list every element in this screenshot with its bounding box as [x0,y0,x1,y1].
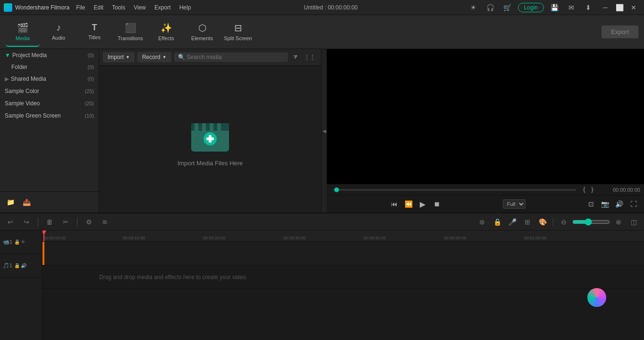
main-toolbar: 🎬 Media ♪ Audio T Titles ⬛ Transitions ✨… [0,15,644,49]
sidebar-item-sample-video[interactable]: Sample Video (20) [0,97,99,110]
snap-button[interactable]: ⊛ [475,215,489,229]
preview-timeline-slider[interactable] [333,189,576,191]
sidebar-item-sample-green-screen[interactable]: Sample Green Screen (10) [0,110,99,122]
tab-audio[interactable]: ♪ Audio [42,17,76,47]
tab-effects[interactable]: ✨ Effects [149,17,183,47]
export-button[interactable]: Export [602,26,638,38]
frame-back-button[interactable]: ⏪ [402,197,415,211]
minimize-button[interactable]: ─ [599,1,612,14]
titles-icon: T [92,23,97,33]
sidebar-item-folder[interactable]: Folder (0) [0,61,99,73]
mail-icon[interactable]: ✉ [565,1,578,14]
play-button[interactable]: ▶ [416,197,429,211]
ruler-mark-6: 00:01:00:00 [524,236,547,240]
zoom-slider[interactable] [572,218,610,226]
menu-export[interactable]: Export [151,3,175,12]
menu-edit[interactable]: Edit [90,3,108,12]
cut-button[interactable]: ✂ [59,215,72,229]
tab-elements-label: Elements [191,35,213,41]
out-point-icon: ❵ [590,186,595,193]
tab-transitions[interactable]: ⬛ Transitions [113,17,147,47]
collapse-panel-button[interactable]: ◀ [321,49,327,212]
sidebar-item-project-media[interactable]: ▼ Project Media (0) [0,49,99,61]
zoom-in-button[interactable]: ⊕ [612,215,625,229]
svg-rect-7 [213,123,217,131]
audio-track-row: Drag and drop media and effects here to … [42,265,644,289]
settings-button[interactable]: ⚙ [82,215,95,229]
toolbar-separator-3 [553,218,553,226]
ruler-mark-5: 00:00:50:00 [444,236,466,240]
add-folder-button[interactable]: 📁 [4,196,17,209]
screenshot-icon[interactable]: 📷 [599,197,612,211]
record-media-button[interactable]: Record ▼ [137,52,171,62]
sidebar-item-shared-media[interactable]: ▶ Shared Media (0) [0,73,99,85]
redo-button[interactable]: ↪ [20,215,33,229]
sidebar-bottom: 📁 📤 [0,191,99,212]
close-button[interactable]: ✕ [627,1,640,14]
save-icon[interactable]: 💾 [548,1,561,14]
audio-mute-icon[interactable]: 🔊 [21,263,26,268]
import-media-placeholder-text: Import Media Files Here [178,160,243,167]
search-input[interactable] [187,54,284,60]
headphone-icon[interactable]: 🎧 [484,1,497,14]
fullscreen-icon[interactable]: ⛶ [627,197,640,211]
lock-button[interactable]: 🔒 [491,215,504,229]
fit-screen-icon[interactable]: ⊡ [585,197,598,211]
sidebar-project-media-label: Project Media [12,52,47,59]
video-eye-icon[interactable]: 👁 [21,239,25,245]
login-button[interactable]: Login [518,3,544,12]
sidebar-item-sample-color[interactable]: Sample Color (25) [0,85,99,97]
import-media-button[interactable]: Import ▼ [103,52,135,62]
import-button-sidebar[interactable]: 📤 [20,196,33,209]
maximize-button[interactable]: ⬜ [613,1,626,14]
audio-lock-icon[interactable]: 🔒 [14,263,20,268]
tab-media[interactable]: 🎬 Media [6,17,40,47]
ruler-mark-3: 00:00:30:00 [283,236,306,240]
tab-split-screen[interactable]: ⊟ Split Screen [221,17,255,47]
quality-select[interactable]: Full [503,199,525,209]
left-panel: ▼ Project Media (0) Folder (0) ▶ Shared … [0,49,99,212]
grid-view-icon[interactable]: ⋮⋮ [302,52,317,62]
toolbar-separator-2 [77,218,77,226]
svg-rect-8 [217,123,221,131]
playhead-thumb[interactable] [334,187,339,192]
menu-help[interactable]: Help [176,3,195,12]
stop-button[interactable]: ⏹ [430,197,443,211]
window-controls: ─ ⬜ ✕ [599,1,640,14]
folder-count: (0) [88,64,94,70]
import-media-icon[interactable] [189,111,231,154]
caption-button[interactable]: ⊞ [521,215,534,229]
video-lock-icon[interactable]: 🔒 [14,239,20,245]
volume-icon[interactable]: 🔊 [613,197,626,211]
menu-view[interactable]: View [130,3,150,12]
menu-tools[interactable]: Tools [108,3,129,12]
video-track-num: 📹1 [3,239,12,245]
mic-button[interactable]: 🎤 [506,215,519,229]
search-box[interactable]: 🔍 [174,52,288,62]
tab-titles[interactable]: T Titles [77,17,111,47]
menu-file[interactable]: File [72,3,89,12]
step-back-button[interactable]: ⏮ [388,197,401,211]
filter-icon[interactable]: ⧩ [291,52,299,62]
current-time-display: 00:00:00:00 [598,187,640,193]
ruler-mark-1: 00:00:10:00 [123,236,145,240]
track-label-audio-1: 🎵1 🔒 🔊 [0,254,42,278]
record-label: Record [142,54,161,60]
download-icon[interactable]: ⬇ [582,1,595,14]
sun-icon[interactable]: ☀ [467,1,480,14]
waveform-button[interactable]: ≋ [98,215,111,229]
media-content-area[interactable]: Import Media Files Here [99,66,321,212]
timeline-tracks[interactable]: Drag and drop media and effects here to … [42,242,644,340]
delete-button[interactable]: 🗑 [43,215,56,229]
color-correct-button[interactable]: 🎨 [536,215,549,229]
cart-icon[interactable]: 🛒 [501,1,514,14]
tab-elements[interactable]: ⬡ Elements [185,17,219,47]
menu-bar: File Edit Tools View Export Help [72,3,195,12]
playhead-marker [42,242,44,265]
undo-button[interactable]: ↩ [4,215,17,229]
svg-rect-6 [210,123,213,131]
fit-timeline-button[interactable]: ◫ [627,215,640,229]
tab-audio-label: Audio [52,35,65,41]
zoom-out-button[interactable]: ⊖ [557,215,570,229]
sample-green-screen-count: (10) [85,113,94,119]
